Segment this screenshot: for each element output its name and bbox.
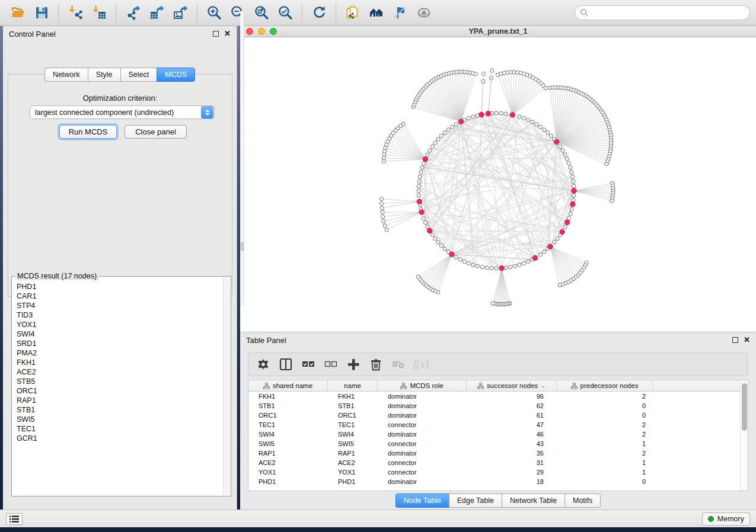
table-scrollbar-thumb[interactable] bbox=[742, 383, 747, 431]
mcds-result-item[interactable]: SWI4 bbox=[17, 329, 223, 339]
import-network-icon[interactable] bbox=[63, 3, 87, 23]
mcds-result-item[interactable]: RAP1 bbox=[17, 396, 223, 405]
task-history-button[interactable] bbox=[6, 513, 23, 525]
tab-mcds[interactable]: MCDS bbox=[157, 68, 195, 82]
mcds-result-item[interactable]: YOX1 bbox=[17, 320, 223, 329]
tab-edge-table[interactable]: Edge Table bbox=[449, 493, 502, 508]
mcds-result-item[interactable]: FKH1 bbox=[17, 358, 223, 367]
column-header-successor-nodes[interactable]: successor nodes⌄ bbox=[467, 380, 557, 391]
column-header-MCDS-role[interactable]: MCDS role bbox=[378, 380, 467, 391]
export-network-icon[interactable] bbox=[121, 3, 145, 23]
table-cell: TEC1 bbox=[328, 421, 378, 428]
table-row[interactable]: SWI5SWI5connector431 bbox=[248, 439, 748, 448]
table-cell: 2 bbox=[557, 393, 653, 400]
mcds-result-item[interactable]: PHD1 bbox=[17, 282, 223, 291]
zoom-selected-icon[interactable] bbox=[273, 3, 297, 23]
search-input[interactable] bbox=[575, 5, 750, 20]
eye-icon[interactable] bbox=[412, 3, 436, 23]
mcds-result-box: MCDS result (17 nodes) PHD1CAR1STP4TID3Y… bbox=[11, 276, 231, 496]
table-row[interactable]: PHD1PHD1dominator180 bbox=[248, 477, 748, 486]
table-cell: 18 bbox=[467, 478, 557, 485]
splitter-handle[interactable] bbox=[241, 242, 244, 251]
export-table-icon[interactable] bbox=[145, 3, 168, 23]
mcds-result-item[interactable]: TID3 bbox=[17, 310, 223, 320]
close-panel-icon[interactable]: ✕ bbox=[744, 337, 750, 343]
table-cell: 62 bbox=[467, 402, 557, 409]
memory-label: Memory bbox=[717, 515, 744, 523]
network-canvas[interactable] bbox=[240, 37, 755, 331]
deselect-all-checkboxes-icon[interactable] bbox=[321, 355, 341, 374]
mcds-result-item[interactable]: ACE2 bbox=[17, 367, 223, 377]
flag-icon[interactable] bbox=[388, 3, 412, 23]
table-row[interactable]: STB1STB1dominator620 bbox=[248, 401, 748, 411]
memory-button[interactable]: Memory bbox=[702, 512, 750, 525]
table-cell: RAP1 bbox=[328, 450, 378, 457]
table-cell: dominator bbox=[378, 393, 467, 400]
mcds-result-item[interactable]: TEC1 bbox=[17, 424, 223, 434]
save-icon[interactable] bbox=[30, 3, 53, 23]
table-row[interactable]: RAP1RAP1dominator352 bbox=[248, 448, 748, 458]
mcds-list-scrollbar[interactable] bbox=[223, 277, 230, 495]
node-table: shared namenameMCDS rolesuccessor nodes⌄… bbox=[248, 380, 748, 491]
network-window-titlebar[interactable]: YPA_prune.txt_1 bbox=[240, 26, 756, 37]
table-cell: dominator bbox=[378, 412, 467, 419]
close-panel-icon[interactable]: ✕ bbox=[224, 31, 231, 37]
table-cell: SWI4 bbox=[248, 431, 328, 438]
split-panel-icon[interactable] bbox=[276, 355, 296, 374]
mcds-result-item[interactable]: ORC1 bbox=[17, 386, 223, 396]
export-image-icon[interactable] bbox=[168, 3, 192, 23]
column-header-shared-name[interactable]: shared name bbox=[248, 380, 328, 391]
settings-gear-icon[interactable] bbox=[253, 355, 273, 374]
add-column-icon[interactable] bbox=[343, 355, 363, 374]
table-header-row: shared namenameMCDS rolesuccessor nodes⌄… bbox=[248, 380, 748, 392]
close-panel-button[interactable]: Close panel bbox=[125, 125, 187, 139]
float-panel-icon[interactable] bbox=[213, 31, 219, 37]
criterion-dropdown[interactable]: largest connected component (undirected) bbox=[30, 105, 215, 119]
tab-node-table[interactable]: Node Table bbox=[395, 493, 449, 508]
tab-motifs[interactable]: Motifs bbox=[564, 493, 601, 508]
panel-splitter[interactable] bbox=[240, 11, 244, 306]
refresh-icon[interactable] bbox=[307, 3, 331, 23]
mcds-result-item[interactable]: SRD1 bbox=[17, 339, 223, 348]
table-cell: 35 bbox=[467, 450, 557, 457]
duplicate-documents-icon[interactable] bbox=[341, 3, 365, 23]
open-folder-icon[interactable] bbox=[6, 3, 30, 23]
mcds-result-item[interactable]: STP4 bbox=[17, 301, 223, 310]
table-row[interactable]: FKH1FKH1dominator962 bbox=[248, 392, 748, 401]
toolbar-separator bbox=[336, 4, 336, 22]
tab-network-table[interactable]: Network Table bbox=[502, 493, 564, 508]
table-row[interactable]: SWI4SWI4dominator462 bbox=[248, 430, 748, 439]
table-scrollbar[interactable] bbox=[740, 380, 748, 491]
table-cell: FKH1 bbox=[328, 393, 378, 400]
table-panel-tabs: Node TableEdge TableNetwork TableMotifs bbox=[240, 493, 756, 508]
import-table-icon[interactable] bbox=[87, 3, 111, 23]
run-mcds-button[interactable]: Run MCDS bbox=[59, 125, 117, 139]
tab-style[interactable]: Style bbox=[88, 68, 120, 82]
dropdown-stepper-icon bbox=[201, 106, 213, 118]
table-row[interactable]: ORC1ORC1dominator610 bbox=[248, 411, 748, 420]
mcds-result-item[interactable]: STB5 bbox=[17, 377, 223, 386]
zoom-fit-icon[interactable] bbox=[250, 3, 273, 23]
mcds-result-item[interactable]: SWI5 bbox=[17, 415, 223, 424]
mcds-result-item[interactable]: STB1 bbox=[17, 405, 223, 415]
mcds-result-item[interactable]: GCR1 bbox=[17, 434, 223, 443]
column-header-name[interactable]: name bbox=[328, 380, 378, 391]
mcds-result-item[interactable]: CAR1 bbox=[17, 291, 223, 301]
network-satellite-nodes[interactable] bbox=[379, 69, 615, 306]
tab-select[interactable]: Select bbox=[120, 68, 157, 82]
float-panel-icon[interactable] bbox=[732, 337, 738, 343]
column-header-predecessor-nodes[interactable]: predecessor nodes bbox=[557, 380, 653, 391]
zoom-out-icon[interactable] bbox=[226, 3, 250, 23]
table-row[interactable]: ACE2ACE2connector311 bbox=[248, 458, 748, 467]
houses-icon[interactable] bbox=[365, 3, 388, 23]
mcds-result-item[interactable]: PMA2 bbox=[17, 348, 223, 358]
select-all-checkboxes-icon[interactable] bbox=[298, 355, 318, 374]
delete-column-icon[interactable] bbox=[366, 355, 386, 374]
table-row[interactable]: TEC1TEC1connector472 bbox=[248, 420, 748, 430]
table-cell: 2 bbox=[557, 450, 653, 457]
table-cell: 1 bbox=[557, 459, 653, 466]
table-row[interactable]: YOX1YOX1connector291 bbox=[248, 467, 748, 477]
tab-network[interactable]: Network bbox=[44, 68, 88, 82]
zoom-in-icon[interactable] bbox=[202, 3, 226, 23]
table-panel-title: Table Panel bbox=[246, 336, 286, 345]
